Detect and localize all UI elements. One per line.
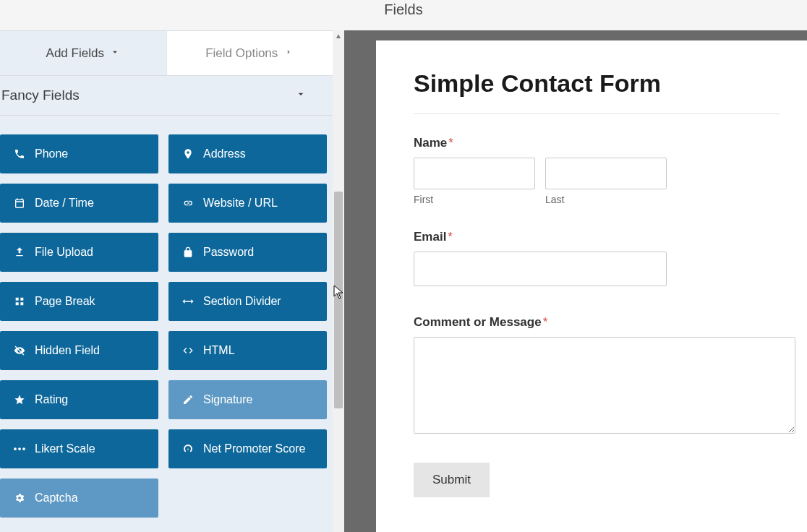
tab-label: Field Options bbox=[205, 46, 278, 61]
field-pagebreak[interactable]: Page Break bbox=[0, 282, 158, 321]
field-sectiondivider[interactable]: Section Divider bbox=[168, 282, 327, 321]
code-icon bbox=[182, 345, 195, 356]
field-rating[interactable]: Rating bbox=[0, 380, 158, 419]
upload-icon bbox=[13, 246, 26, 258]
svg-point-1 bbox=[18, 447, 21, 450]
email-input[interactable] bbox=[414, 252, 667, 286]
field-label: Likert Scale bbox=[35, 442, 95, 455]
svg-point-2 bbox=[22, 447, 25, 450]
required-asterisk: * bbox=[448, 136, 453, 150]
first-sublabel: First bbox=[414, 194, 535, 205]
pencil-icon bbox=[182, 394, 195, 406]
chevron-right-icon bbox=[283, 46, 294, 61]
message-textarea[interactable] bbox=[414, 337, 795, 434]
sidebar: Add Fields Field Options Fancy Fields bbox=[0, 30, 333, 532]
scroll-up-icon[interactable]: ▲ bbox=[333, 32, 344, 40]
field-label: Rating bbox=[35, 393, 68, 406]
field-label: Net Promoter Score bbox=[203, 442, 305, 455]
gauge-icon bbox=[182, 443, 195, 455]
message-label: Comment or Message* bbox=[414, 315, 780, 330]
page-title: Fields bbox=[0, 0, 807, 30]
form-preview[interactable]: Simple Contact Form Name* First Last Ema… bbox=[376, 40, 807, 532]
form-title: Simple Contact Form bbox=[414, 69, 780, 98]
required-asterisk: * bbox=[543, 315, 548, 329]
tab-label: Add Fields bbox=[46, 46, 104, 61]
last-sublabel: Last bbox=[545, 194, 667, 205]
field-label: Address bbox=[203, 147, 246, 160]
scroll-thumb[interactable] bbox=[334, 192, 343, 408]
field-label: Signature bbox=[203, 393, 253, 406]
calendar-icon bbox=[13, 197, 26, 209]
divider bbox=[414, 113, 780, 114]
field-label: Password bbox=[203, 246, 254, 259]
field-signature[interactable]: Signature bbox=[168, 380, 327, 419]
link-icon bbox=[182, 197, 195, 209]
field-label: Section Divider bbox=[203, 295, 281, 308]
fields-grid: Phone Address Date / Time Website / URL … bbox=[0, 116, 333, 532]
gear-icon bbox=[13, 492, 26, 504]
preview-area: Simple Contact Form Name* First Last Ema… bbox=[344, 30, 807, 532]
chevron-down-icon bbox=[295, 87, 307, 103]
arrows-h-icon bbox=[182, 297, 195, 306]
tab-add-fields[interactable]: Add Fields bbox=[0, 31, 166, 75]
field-label: Hidden Field bbox=[35, 344, 100, 357]
ellipsis-h-icon bbox=[13, 447, 26, 451]
field-nps[interactable]: Net Promoter Score bbox=[168, 429, 327, 468]
field-fileupload[interactable]: File Upload bbox=[0, 233, 158, 272]
section-fancy-fields[interactable]: Fancy Fields bbox=[0, 76, 333, 116]
last-name-input[interactable] bbox=[545, 158, 667, 189]
pagebreak-icon bbox=[13, 296, 26, 307]
field-label: Captcha bbox=[35, 492, 78, 505]
email-label: Email* bbox=[414, 230, 780, 244]
field-likert[interactable]: Likert Scale bbox=[0, 429, 158, 468]
eye-slash-icon bbox=[13, 345, 26, 356]
submit-button[interactable]: Submit bbox=[414, 463, 490, 497]
field-datetime[interactable]: Date / Time bbox=[0, 184, 158, 223]
field-label: Date / Time bbox=[35, 197, 94, 210]
name-label: Name* bbox=[414, 136, 780, 150]
field-website[interactable]: Website / URL bbox=[168, 184, 327, 223]
field-html[interactable]: HTML bbox=[168, 331, 327, 370]
lock-icon bbox=[182, 246, 195, 258]
chevron-down-icon bbox=[110, 46, 120, 61]
scrollbar[interactable]: ▲ bbox=[333, 30, 344, 532]
required-asterisk: * bbox=[448, 230, 453, 244]
tab-field-options[interactable]: Field Options bbox=[166, 31, 333, 75]
first-name-input[interactable] bbox=[414, 158, 535, 189]
field-label: File Upload bbox=[35, 246, 93, 259]
field-label: HTML bbox=[203, 344, 235, 357]
field-phone[interactable]: Phone bbox=[0, 134, 158, 173]
section-label: Fancy Fields bbox=[1, 87, 80, 103]
phone-icon bbox=[13, 148, 26, 160]
field-captcha[interactable]: Captcha bbox=[0, 479, 158, 518]
map-pin-icon bbox=[182, 148, 195, 160]
svg-point-0 bbox=[14, 447, 17, 450]
field-password[interactable]: Password bbox=[168, 233, 327, 272]
field-label: Phone bbox=[35, 147, 68, 160]
field-address[interactable]: Address bbox=[168, 134, 327, 173]
field-hiddenfield[interactable]: Hidden Field bbox=[0, 331, 158, 370]
field-label: Website / URL bbox=[203, 197, 278, 210]
field-label: Page Break bbox=[35, 295, 95, 308]
star-icon bbox=[13, 394, 26, 406]
